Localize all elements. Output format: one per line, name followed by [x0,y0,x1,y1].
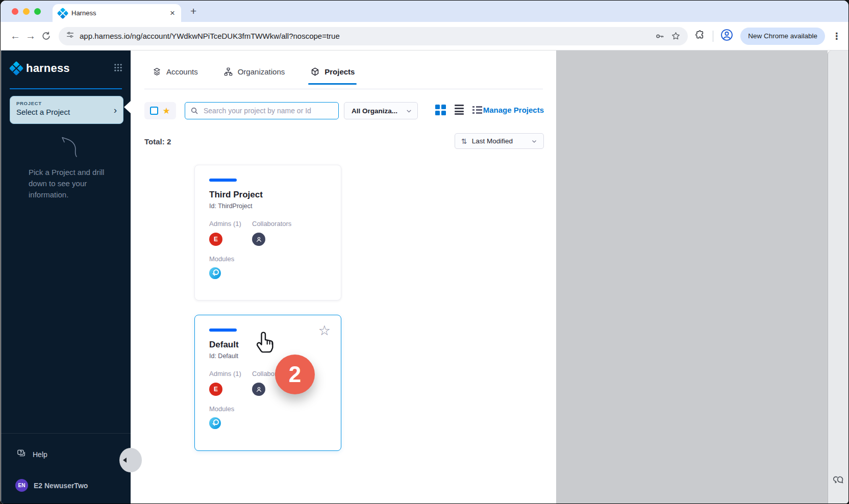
favorites-checkbox[interactable] [150,107,158,115]
project-people: Admins (1) E Collaborators [209,220,328,246]
favorite-star-outline-icon[interactable]: ☆ [318,322,331,339]
sidebar-hint-text: Pick a Project and drill down to see you… [29,167,115,200]
app-grid-icon[interactable] [114,63,122,74]
sidebar-divider [1,433,131,434]
right-side-strip [828,51,848,503]
search-icon [190,107,198,115]
new-tab-button[interactable]: + [190,5,196,17]
extensions-puzzle-icon[interactable] [695,30,706,42]
person-icon [255,236,263,243]
harness-logo[interactable]: harness [11,62,122,75]
project-modules: Modules [209,405,328,429]
list-view-icon[interactable] [455,105,464,115]
collaborators-label: Collaborators [252,220,295,228]
screenshot-stage: Harness × + ← → app.harness.io/ng/accoun… [0,0,849,504]
hint-arrow-doodle [54,132,83,161]
organization-dropdown[interactable]: All Organiza... [344,102,418,119]
browser-menu-icon[interactable]: ⋮ [832,31,841,42]
user-name: E2 NewuserTwo [34,482,88,490]
chaos-module-icon[interactable] [209,267,221,279]
favorites-filter[interactable]: ★ [144,102,176,119]
reload-icon[interactable] [38,31,54,41]
selector-pointer-wedge [124,101,131,113]
detail-list-view-icon[interactable] [472,106,482,114]
chevron-right-icon: › [114,105,117,116]
tabs-bottom-border [144,89,543,89]
bookmark-star-icon[interactable] [671,31,681,41]
main-content: Accounts Organizations Projects ★ [131,51,556,503]
project-selector[interactable]: PROJECT Select a Project › [10,96,123,124]
harness-app: harness PROJECT Select a Project › Pick … [1,51,848,503]
favorite-star-icon: ★ [162,107,170,115]
filter-row: ★ All Organiza... Manage Projects [144,102,544,119]
browser-toolbar: ← → app.harness.io/ng/account/YWdkwNPiTc… [1,22,848,51]
chaos-module-icon[interactable] [209,417,221,429]
toolbar-right-cluster: New Chrome available ⋮ [695,28,841,45]
project-color-bar [209,329,237,332]
search-input[interactable] [203,106,333,115]
tab-close-icon[interactable]: × [170,9,175,17]
profile-avatar-icon[interactable] [720,29,733,43]
browser-window: Harness × + ← → app.harness.io/ng/accoun… [1,1,848,503]
project-id: Id: ThirdProject [209,203,328,210]
new-chrome-available-button[interactable]: New Chrome available [740,28,825,45]
modules-label: Modules [209,255,328,263]
harness-logo-icon [9,61,23,75]
collaborator-avatar[interactable] [252,383,265,396]
project-modules: Modules [209,255,328,279]
collaborator-avatar[interactable] [252,233,265,246]
help-label: Help [33,450,47,459]
minimize-window-button[interactable] [23,8,30,15]
feedback-chat-icon[interactable] [833,474,845,488]
project-search[interactable] [185,102,339,119]
sidebar-accent-divider [10,88,122,89]
project-card-third-project[interactable]: Third Project Id: ThirdProject Admins (1… [194,165,341,300]
back-icon[interactable]: ← [8,30,23,42]
window-controls [12,8,41,15]
organization-dropdown-value: All Organiza... [352,107,406,115]
annotation-step-badge: 2 [275,355,315,394]
admin-avatar[interactable]: E [209,233,222,246]
toolbar-divider [713,31,713,42]
help-button[interactable]: Help [16,448,47,461]
sort-dropdown-value: Last Modified [472,137,527,145]
manage-projects-link[interactable]: Manage Projects [483,106,544,114]
project-selector-label: Select a Project [16,108,117,116]
browser-tab[interactable]: Harness × [53,4,181,22]
tab-organizations[interactable]: Organizations [223,67,285,85]
sidebar: harness PROJECT Select a Project › Pick … [1,51,131,503]
scope-tabs: Accounts Organizations Projects [152,67,355,85]
forward-icon[interactable]: → [23,30,38,42]
user-account-button[interactable]: EN E2 NewuserTwo [15,479,88,492]
chevron-down-icon [406,108,412,114]
help-chat-icon [16,448,27,461]
sidebar-collapse-handle[interactable] [119,448,142,472]
tab-title: Harness [71,9,170,17]
grid-view-icon[interactable] [435,105,446,115]
tab-organizations-label: Organizations [238,67,285,76]
password-key-icon[interactable] [655,31,665,41]
browser-tab-strip: Harness × + [1,1,848,22]
collapse-left-icon [123,458,127,463]
url-bar[interactable]: app.harness.io/ng/account/YWdkwNPiTceDUK… [59,27,688,45]
admins-label: Admins (1) [209,220,252,228]
close-window-button[interactable] [12,8,18,15]
harness-favicon-icon [57,7,69,19]
sort-arrows-icon: ⇅ [461,137,467,145]
sort-dropdown[interactable]: ⇅ Last Modified [455,133,544,149]
page-background-panel [556,51,828,503]
person-icon [255,386,263,393]
admin-avatar[interactable]: E [209,383,222,396]
site-info-icon[interactable] [66,31,74,41]
tab-projects-label: Projects [324,67,355,76]
admins-label: Admins (1) [209,370,252,377]
zoom-window-button[interactable] [34,8,41,15]
url-text[interactable]: app.harness.io/ng/account/YWdkwNPiTceDUK… [80,32,648,40]
view-toggle-group [435,105,482,115]
project-color-bar [209,179,237,182]
chevron-down-icon [531,138,537,144]
tab-projects[interactable]: Projects [310,67,355,85]
tab-accounts[interactable]: Accounts [152,67,198,85]
total-count-label: Total: 2 [144,137,171,146]
harness-logo-text: harness [26,62,114,75]
